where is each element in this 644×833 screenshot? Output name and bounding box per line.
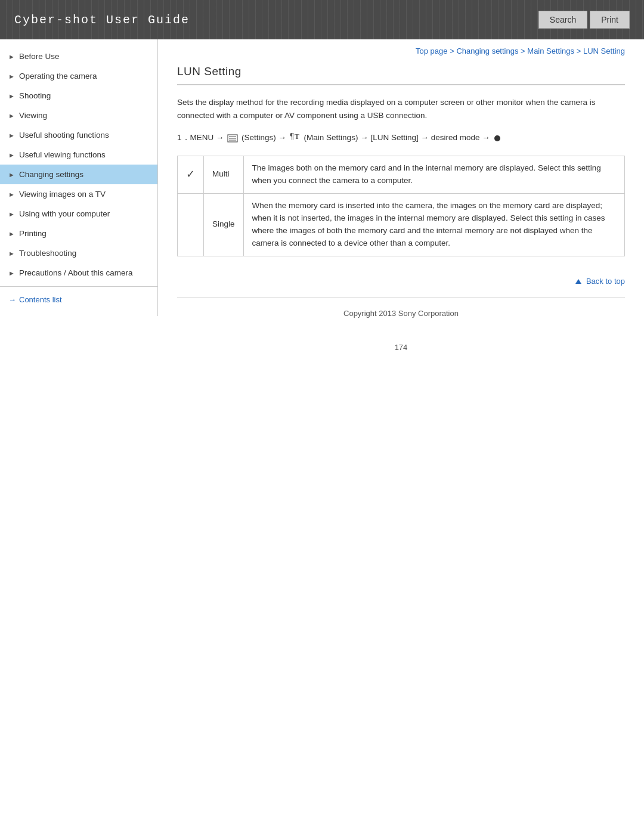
sidebar-item-label: Useful viewing functions xyxy=(19,150,149,159)
sidebar-item-printing[interactable]: ► Printing xyxy=(0,224,157,243)
back-to-top-label: Back to top xyxy=(586,277,625,286)
settings-label: (Settings) → xyxy=(242,133,289,142)
sidebar-item-operating-the-camera[interactable]: ► Operating the camera xyxy=(0,66,157,86)
sidebar-item-label: Useful shooting functions xyxy=(19,131,149,140)
sidebar-item-label: Viewing images on a TV xyxy=(19,190,149,199)
table-row: ✓MultiThe images both on the memory card… xyxy=(178,156,625,194)
app-title: Cyber-shot User Guide xyxy=(14,13,190,27)
sidebar-item-label: Using with your computer xyxy=(19,209,149,218)
sidebar-arrow-icon: ► xyxy=(8,53,15,60)
checkmark-icon: ✓ xyxy=(186,168,195,180)
contents-list-link[interactable]: → Contents list xyxy=(8,295,149,304)
sidebar-item-label: Printing xyxy=(19,229,149,238)
table-row: SingleWhen the memory card is inserted i… xyxy=(178,193,625,256)
row-mode-cell: Multi xyxy=(204,156,244,194)
main-settings-icon: ¶ T xyxy=(290,131,301,145)
sidebar-item-useful-shooting-functions[interactable]: ► Useful shooting functions xyxy=(0,125,157,145)
sidebar-arrow-icon: ► xyxy=(8,92,15,100)
breadcrumb-main-settings[interactable]: Main Settings xyxy=(527,47,574,55)
sidebar-item-label: Viewing xyxy=(19,111,149,120)
breadcrumb-changing-settings[interactable]: Changing settings xyxy=(456,47,518,55)
sidebar-arrow-icon: ► xyxy=(8,112,15,119)
header: Cyber-shot User Guide Search Print xyxy=(0,0,644,39)
sidebar-item-before-use[interactable]: ► Before Use xyxy=(0,47,157,66)
bullet-dot-icon xyxy=(494,135,500,141)
sidebar-arrow-icon: ► xyxy=(8,73,15,80)
sidebar-item-label: Shooting xyxy=(19,91,149,100)
svg-text:¶: ¶ xyxy=(290,132,294,141)
main-layout: ► Before Use ► Operating the camera ► Sh… xyxy=(0,39,644,377)
sidebar-arrow-icon: ► xyxy=(8,191,15,198)
breadcrumb-sep2: > xyxy=(521,47,527,55)
sidebar: ► Before Use ► Operating the camera ► Sh… xyxy=(0,39,158,316)
settings-table: ✓MultiThe images both on the memory card… xyxy=(177,156,625,256)
instruction-step: 1．MENU → (Settings) → ¶ T (Main Settings… xyxy=(177,131,625,145)
content-area: Top page > Changing settings > Main Sett… xyxy=(158,39,644,377)
step-number: 1．MENU → xyxy=(177,133,224,142)
row-description-cell: The images both on the memory card and i… xyxy=(243,156,624,194)
copyright-text: Copyright 2013 Sony Corporation xyxy=(343,309,459,318)
breadcrumb-sep1: > xyxy=(450,47,456,55)
main-settings-label: (Main Settings) → [LUN Setting] → desire… xyxy=(304,133,493,142)
sidebar-arrow-icon: ► xyxy=(8,270,15,277)
sidebar-item-label: Precautions / About this camera xyxy=(19,268,149,277)
print-button[interactable]: Print xyxy=(590,11,630,29)
footer: Copyright 2013 Sony Corporation xyxy=(177,298,625,325)
sidebar-item-label: Before Use xyxy=(19,52,149,61)
row-icon-cell: ✓ xyxy=(178,156,204,194)
sidebar-arrow-icon: ► xyxy=(8,250,15,257)
sidebar-arrow-icon: ► xyxy=(8,171,15,178)
breadcrumb-sep3: > xyxy=(577,47,583,55)
arrow-right-icon: → xyxy=(8,295,16,304)
triangle-up-icon xyxy=(575,279,581,284)
sidebar-arrow-icon: ► xyxy=(8,132,15,139)
row-icon-cell xyxy=(178,193,204,256)
search-button[interactable]: Search xyxy=(538,11,587,29)
sidebar-item-shooting[interactable]: ► Shooting xyxy=(0,86,157,106)
page-title: LUN Setting xyxy=(177,65,625,85)
sidebar-item-changing-settings[interactable]: ► Changing settings xyxy=(0,165,157,184)
breadcrumb-current: LUN Setting xyxy=(583,47,625,55)
sidebar-arrow-icon: ► xyxy=(8,151,15,159)
contents-list-label: Contents list xyxy=(19,295,62,304)
page-description: Sets the display method for the recordin… xyxy=(177,96,625,122)
sidebar-contents: → Contents list xyxy=(0,286,157,309)
back-to-top-link[interactable]: Back to top xyxy=(575,277,625,286)
breadcrumb: Top page > Changing settings > Main Sett… xyxy=(177,39,625,65)
row-description-cell: When the memory card is inserted into th… xyxy=(243,193,624,256)
sidebar-item-viewing[interactable]: ► Viewing xyxy=(0,106,157,125)
page-number: 174 xyxy=(177,325,625,358)
sidebar-item-label: Operating the camera xyxy=(19,72,149,80)
sidebar-item-label: Troubleshooting xyxy=(19,249,149,258)
sidebar-item-viewing-images-on-a-tv[interactable]: ► Viewing images on a TV xyxy=(0,184,157,204)
svg-text:T: T xyxy=(295,132,299,141)
breadcrumb-top-page[interactable]: Top page xyxy=(416,47,448,55)
sidebar-item-label: Changing settings xyxy=(19,170,149,179)
sidebar-item-using-with-your-computer[interactable]: ► Using with your computer xyxy=(0,204,157,224)
sidebar-arrow-icon: ► xyxy=(8,230,15,237)
row-mode-cell: Single xyxy=(204,193,244,256)
sidebar-item-troubleshooting[interactable]: ► Troubleshooting xyxy=(0,243,157,263)
sidebar-item-precautions-/-about-this-camera[interactable]: ► Precautions / About this camera xyxy=(0,263,157,283)
settings-menu-icon xyxy=(227,134,238,143)
sidebar-arrow-icon: ► xyxy=(8,210,15,218)
back-to-top: Back to top xyxy=(177,271,625,292)
sidebar-item-useful-viewing-functions[interactable]: ► Useful viewing functions xyxy=(0,145,157,165)
header-buttons: Search Print xyxy=(538,11,630,29)
